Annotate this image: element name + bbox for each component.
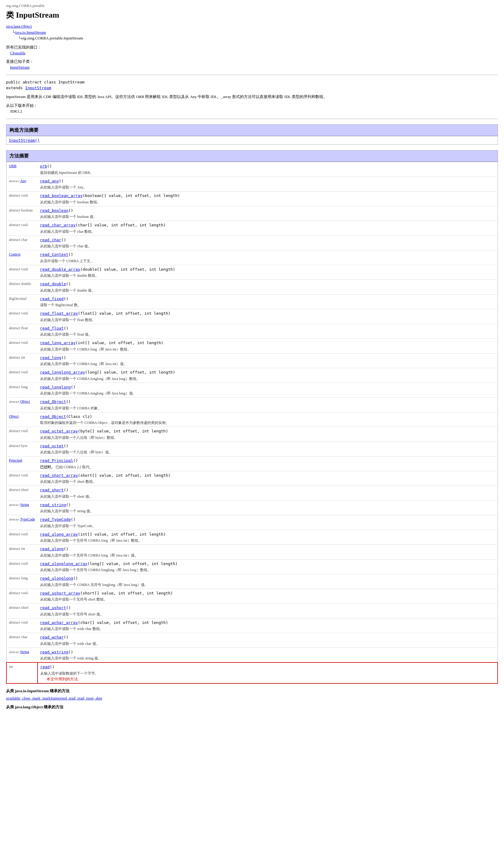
- method-description: 从此输入流中读取一个无符号 CORBA long（即 Java int）值。: [40, 553, 495, 558]
- method-name-link[interactable]: read_any: [40, 179, 59, 183]
- table-row: abstract Stringread_wstring()从此输入流中读取一个 …: [6, 648, 498, 662]
- method-name-link[interactable]: read_double: [40, 282, 66, 286]
- method-name-link[interactable]: read_long_array: [40, 340, 75, 345]
- extends-link[interactable]: InputStream: [25, 86, 51, 90]
- method-name-link[interactable]: read_short_array: [40, 473, 78, 478]
- method-description: 读取一个 BigDecimal 数。: [40, 302, 495, 308]
- method-name-link[interactable]: read_wchar: [40, 635, 64, 639]
- method-name-link[interactable]: read_octet_array: [40, 429, 78, 433]
- method-signature: read_octet(): [40, 443, 495, 449]
- method-return-type: Principal: [6, 456, 38, 471]
- method-name-link[interactable]: read_boolean: [40, 208, 69, 213]
- method-signature: read_long(): [40, 355, 495, 361]
- table-row: abstract TypeCoderead_TypeCode()从此输入流中读取…: [6, 515, 498, 530]
- method-description: 从此输入流中读取一个 CORBA long（即 Java int）数组。: [40, 347, 495, 352]
- method-signature: read_wchar_array(char[] value, int offse…: [40, 620, 495, 626]
- method-params: (Class clz): [66, 414, 92, 419]
- table-row: BigDecimalread_fixed()读取一个 BigDecimal 数。: [6, 295, 498, 309]
- method-return-type: abstract short: [6, 486, 38, 501]
- method-params: (long[] value, int offset, int length): [85, 370, 175, 374]
- interface-link[interactable]: Closeable: [10, 51, 25, 55]
- method-name-link[interactable]: read_string: [40, 503, 66, 507]
- constructor-link[interactable]: InputStream(): [9, 138, 40, 142]
- method-name-link[interactable]: read_longlong_array: [40, 370, 85, 374]
- inherited-inputstream-methods[interactable]: available, close, mark, markSupported, r…: [6, 696, 102, 701]
- divider-2: [6, 119, 498, 119]
- method-name-link[interactable]: read_Object: [40, 414, 66, 419]
- method-name-link[interactable]: read_short: [40, 488, 64, 492]
- method-name-link[interactable]: orb: [40, 164, 47, 168]
- method-signature: read_float_array(float[] value, int offs…: [40, 310, 495, 317]
- return-type-link[interactable]: ORB: [9, 164, 17, 168]
- class-name: InputStream: [16, 11, 59, 19]
- method-signature: read_ushort(): [40, 605, 495, 611]
- method-return-type: abstract long: [6, 574, 38, 589]
- method-cell: read_Object()从此输入流中读取一个 CORBA 对象。: [38, 398, 498, 413]
- method-return-type: abstract void: [6, 191, 38, 206]
- method-name-link[interactable]: read_char: [40, 238, 61, 242]
- return-type-link[interactable]: Context: [9, 252, 21, 256]
- method-description: 从此输入流中读取一个 wide string 值。: [40, 655, 495, 661]
- method-return-type: abstract void: [6, 471, 38, 486]
- method-name-link[interactable]: read_octet: [40, 444, 64, 448]
- method-cell: read_short()从此输入流中读取一个 short 值。: [38, 486, 498, 501]
- table-row: abstract voidread_long_array(int[] value…: [6, 339, 498, 354]
- method-description: 从此输入流中读取一个 short 值。: [40, 494, 495, 499]
- hierarchy-level2-link[interactable]: java.io.InputStream: [15, 30, 46, 35]
- method-params: (double[] value, int offset, int length): [80, 267, 175, 272]
- return-type-link[interactable]: Object: [9, 414, 19, 419]
- method-name-link[interactable]: read_double_array: [40, 267, 80, 272]
- method-signature: read_any(): [40, 178, 495, 184]
- method-name-link[interactable]: read_longlong: [40, 385, 71, 389]
- method-cell: read_short_array(short[] value, int offs…: [38, 471, 498, 486]
- method-name-link[interactable]: read_ulong_array: [40, 532, 78, 537]
- method-return-type: abstract float: [6, 324, 38, 339]
- method-name-link[interactable]: read_Object: [40, 399, 66, 404]
- return-type-link[interactable]: Any: [20, 179, 27, 183]
- method-description: 从此输入流中读取一个 CORBA longlong（即 Java long）数组…: [40, 376, 495, 382]
- method-description: 从此输入流中读取一个 string 值。: [40, 508, 495, 514]
- return-type-link[interactable]: String: [20, 650, 29, 654]
- method-params: (): [64, 444, 69, 448]
- method-signature: read_double_array(double[] value, int of…: [40, 266, 495, 272]
- inherited-inputstream-section: 从类 java.io.InputStream 继承的方法 available, …: [6, 688, 498, 701]
- method-name-link[interactable]: read: [40, 665, 50, 669]
- subclass-link[interactable]: InputStream: [10, 65, 30, 69]
- method-return-type: abstract char: [6, 235, 38, 250]
- method-cell: read_wstring()从此输入流中读取一个 wide string 值。: [38, 648, 498, 662]
- return-type-link[interactable]: TypeCode: [20, 517, 35, 521]
- method-description: 从此输入流中读取一个 float 值。: [40, 332, 495, 337]
- table-row: Principalread_Principal()已过时。 已由 CORBA 2…: [6, 456, 498, 471]
- method-params: (char[] value, int offset, int length): [75, 223, 166, 227]
- method-name-link[interactable]: read_ulonglong: [40, 576, 73, 581]
- method-return-type: abstract byte: [6, 441, 38, 456]
- method-description: 从此输入流中读取一个 wide char 数组。: [40, 626, 495, 632]
- method-params: (): [66, 399, 71, 404]
- hierarchy-level1-link[interactable]: java.lang.Object: [6, 24, 32, 29]
- method-name-link[interactable]: read_Principal: [40, 458, 73, 463]
- method-description: 从此输入流中读取一个 TypeCode。: [40, 523, 495, 528]
- method-name-link[interactable]: read_ulong: [40, 547, 64, 551]
- method-signature: read_TypeCode(): [40, 517, 495, 523]
- return-type-link[interactable]: Principal: [9, 458, 22, 463]
- method-name-link[interactable]: read_ulonglong_array: [40, 561, 88, 566]
- return-type-link[interactable]: Object: [20, 399, 30, 404]
- method-name-link[interactable]: read_ushort_array: [40, 591, 80, 595]
- method-signature: read_Object(): [40, 399, 495, 405]
- method-name-link[interactable]: read_Context: [40, 252, 69, 257]
- method-signature: read_boolean_array(boolean[] value, int …: [40, 193, 495, 199]
- method-name-link[interactable]: read_float: [40, 326, 64, 331]
- method-name-link[interactable]: read_wchar_array: [40, 620, 78, 625]
- method-name-link[interactable]: read_TypeCode: [40, 517, 71, 522]
- return-type-link[interactable]: String: [20, 503, 29, 507]
- method-name-link[interactable]: read_wstring: [40, 650, 69, 654]
- method-name-link[interactable]: read_boolean_array: [40, 193, 83, 198]
- method-name-link[interactable]: read_float_array: [40, 311, 78, 316]
- method-name-link[interactable]: read_char_array: [40, 223, 75, 227]
- method-signature: read_short(): [40, 487, 495, 493]
- table-row: abstract voidread_double_array(double[] …: [6, 265, 498, 280]
- method-name-link[interactable]: read_ushort: [40, 605, 66, 610]
- method-name-link[interactable]: read_long: [40, 355, 61, 360]
- method-name-link[interactable]: read_fixed: [40, 297, 64, 301]
- method-return-type: abstract int: [6, 545, 38, 559]
